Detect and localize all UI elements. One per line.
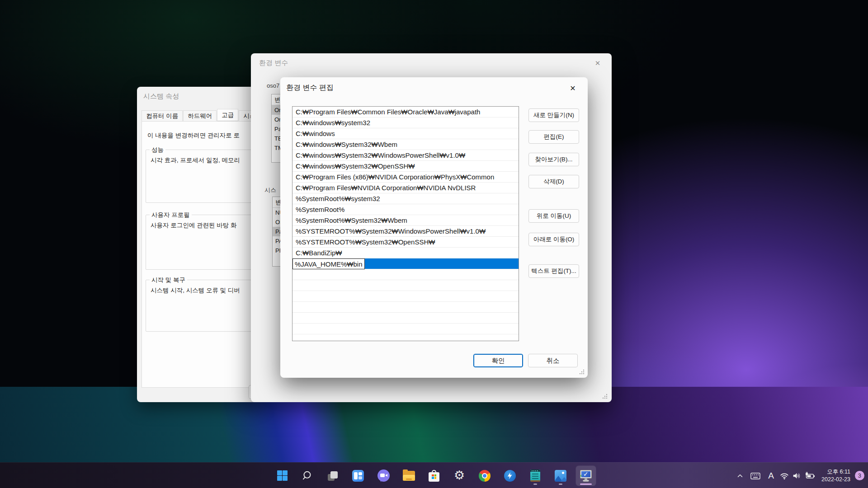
start-button[interactable] — [272, 466, 292, 486]
touch-keyboard-button[interactable] — [747, 467, 764, 485]
path-list-item[interactable]: C:₩windows₩System32₩OpenSSH₩ — [292, 161, 519, 172]
clock[interactable]: 오후 6:11 2022-02-23 — [817, 467, 853, 485]
tab-hardware[interactable]: 하드웨어 — [183, 110, 217, 121]
window-title: 환경 변수 편집 — [286, 83, 334, 93]
path-list-item[interactable]: %SYSTEMROOT%₩System32₩OpenSSH₩ — [292, 237, 519, 248]
path-list-item[interactable]: %SystemRoot% — [292, 204, 519, 215]
empty-row — [292, 269, 519, 280]
taskbar-center-icons: ⚙ — [269, 463, 599, 488]
path-list-item[interactable]: C:₩Program Files₩Common Files₩Oracle₩Jav… — [292, 107, 519, 117]
window-title: 환경 변수 — [259, 59, 288, 67]
widgets-icon — [352, 470, 364, 482]
user-profiles-group-label: 사용자 프로필 — [150, 211, 192, 219]
resize-grip[interactable] — [603, 394, 607, 399]
system-properties-taskbar-button[interactable]: ✓ — [576, 466, 596, 486]
chrome-icon — [479, 470, 491, 482]
performance-group: 성능 시각 효과, 프로세서 일정, 메모리 — [146, 150, 260, 203]
chrome-button[interactable] — [475, 466, 495, 486]
path-list-item[interactable]: C:₩Program Files (x86)₩NVIDIA Corporatio… — [292, 172, 519, 183]
tray-time: 오후 6:11 — [827, 469, 850, 475]
user-profiles-group: 사용자 프로필 사용자 로그인에 관련된 바탕 화 — [146, 215, 260, 270]
path-edit-input[interactable] — [292, 258, 365, 269]
file-explorer-button[interactable] — [399, 466, 419, 486]
chat-icon — [377, 469, 390, 482]
task-view-icon — [327, 470, 339, 482]
start-icon — [277, 470, 288, 481]
path-list-item[interactable]: C:₩windows₩System32₩Wbem — [292, 139, 519, 150]
tray-overflow-button[interactable] — [733, 467, 747, 485]
settings-button[interactable]: ⚙ — [449, 466, 469, 486]
search-button[interactable] — [297, 466, 317, 486]
path-list-item[interactable]: C:₩Program Files₩NVIDIA Corporation₩NVID… — [292, 183, 519, 193]
photos-button[interactable] — [551, 466, 571, 486]
active-window-indicator — [580, 483, 592, 485]
taskbar: ⚙ — [0, 462, 868, 488]
system-variables-section-label: 시스 — [264, 186, 276, 194]
environment-variables-titlebar[interactable]: 환경 변수 ✕ — [251, 53, 612, 71]
path-list-item[interactable]: %SYSTEMROOT%₩System32₩WindowsPowerShell₩… — [292, 226, 519, 237]
chevron-up-icon — [736, 472, 744, 480]
path-list: C:₩Program Files₩Common Files₩Oracle₩Jav… — [292, 106, 519, 341]
empty-row — [292, 324, 519, 334]
edit-button[interactable]: 편집(E) — [528, 130, 579, 144]
performance-group-desc: 시각 효과, 프로세서 일정, 메모리 — [151, 156, 240, 164]
window-title: 시스템 속성 — [143, 92, 179, 101]
empty-row — [292, 291, 519, 302]
running-indicator — [533, 483, 537, 485]
battery-charging-icon — [805, 470, 816, 481]
photos-icon — [555, 470, 566, 482]
path-list-item[interactable]: C:₩windows₩System32₩WindowsPowerShell₩v1… — [292, 150, 519, 161]
keyboard-icon — [750, 470, 761, 481]
lightning-icon — [504, 470, 516, 482]
file-explorer-icon — [403, 471, 415, 481]
delete-button[interactable]: 삭제(D) — [528, 175, 579, 188]
notification-badge[interactable]: 3 — [855, 471, 864, 480]
path-list-item[interactable]: %SystemRoot%₩System32₩Wbem — [292, 215, 519, 226]
user-profiles-group-desc: 사용자 로그인에 관련된 바탕 화 — [151, 221, 237, 230]
edit-environment-variable-window: 환경 변수 편집 ✕ C:₩Program Files₩Common Files… — [280, 77, 588, 378]
move-down-button[interactable]: 아래로 이동(O) — [528, 233, 579, 246]
resize-grip[interactable] — [580, 370, 584, 374]
tab-advanced[interactable]: 고급 — [217, 109, 238, 121]
chat-button[interactable] — [373, 466, 393, 486]
path-list-item[interactable]: %SystemRoot%₩system32 — [292, 193, 519, 204]
ime-mode-label: A — [764, 471, 778, 481]
gear-icon: ⚙ — [454, 469, 465, 482]
new-button[interactable]: 새로 만들기(N) — [528, 108, 579, 122]
path-list-item[interactable]: C:₩BandiZip₩ — [292, 248, 519, 258]
close-icon[interactable]: ✕ — [589, 57, 606, 70]
path-list-item[interactable]: C:₩windows₩system32 — [292, 117, 519, 128]
user-variables-section-label: oso7 — [267, 82, 279, 89]
search-icon — [302, 470, 313, 482]
browse-button[interactable]: 찾아보기(B)... — [528, 153, 579, 166]
ime-mode-button[interactable]: A — [764, 467, 778, 485]
system-tray: A — [733, 463, 864, 488]
task-view-button[interactable] — [323, 466, 343, 486]
path-list-item[interactable]: C:₩windows — [292, 128, 519, 139]
running-indicator — [559, 483, 562, 485]
edit-dialog-titlebar[interactable]: 환경 변수 편집 ✕ — [280, 77, 588, 95]
lightning-app-button[interactable] — [500, 466, 520, 486]
microsoft-store-button[interactable] — [424, 466, 444, 486]
advanced-tab-panel: 이 내용을 변경하려면 관리자로 로 성능 시각 효과, 프로세서 일정, 메모… — [142, 121, 260, 388]
tray-date: 2022-02-23 — [821, 476, 850, 483]
wifi-icon — [779, 471, 789, 481]
volume-icon — [792, 471, 802, 481]
startup-recovery-group: 시작 및 복구 시스템 시작, 시스템 오류 및 디버 — [146, 280, 260, 332]
tab-computer-name[interactable]: 컴퓨터 이름 — [142, 110, 183, 121]
notepad-icon — [530, 469, 540, 482]
empty-row — [292, 280, 519, 291]
notepad-button[interactable] — [525, 466, 545, 486]
edit-text-button[interactable]: 텍스트 편집(T)... — [528, 264, 579, 278]
close-icon[interactable]: ✕ — [564, 82, 581, 94]
admin-note-text: 이 내용을 변경하려면 관리자로 로 — [147, 131, 240, 140]
system-properties-titlebar[interactable]: 시스템 속성 — [137, 87, 260, 105]
empty-row — [292, 313, 519, 324]
move-up-button[interactable]: 위로 이동(U) — [528, 209, 579, 223]
cancel-button[interactable]: 취소 — [528, 354, 578, 367]
tab-strip: 컴퓨터 이름 하드웨어 고급 시스 — [142, 109, 260, 121]
network-volume-battery-button[interactable] — [778, 467, 817, 485]
startup-recovery-group-label: 시작 및 복구 — [150, 276, 187, 284]
ok-button[interactable]: 확인 — [473, 354, 523, 367]
widgets-button[interactable] — [348, 466, 368, 486]
